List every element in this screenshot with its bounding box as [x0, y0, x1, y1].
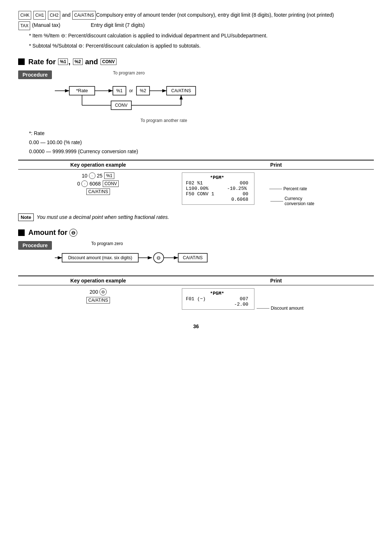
procedure-box-1: Procedure	[18, 70, 52, 79]
op-col-body-2: 200 ⊖ CA/AT/NS	[18, 285, 178, 313]
percent-rate-label: Percent rate	[269, 186, 307, 191]
svg-text:%1: %1	[117, 88, 123, 93]
currency-rate-label: Currencyconversion rate	[270, 196, 314, 206]
pct1-key-op: %1	[104, 172, 114, 179]
section1-heading: Rate for %1 , %2 and CONV	[18, 58, 374, 66]
tax-key: TAX	[19, 21, 30, 30]
op-print-table-2: Key operation example Print 200 ⊖ CA/AT/…	[18, 276, 374, 313]
caatns-key-intro: CA/AT/NS	[72, 11, 95, 20]
rate-note-2: 0.0000 — 9999.9999 (Currency conversion …	[29, 147, 374, 156]
op-line-caatns2: CA/AT/NS	[22, 297, 175, 304]
rate-note-label: *: Rate	[29, 129, 374, 138]
procedure-box-2: Procedure	[18, 241, 52, 250]
section2-title: Amount for	[28, 228, 69, 237]
procedure-row-2: Procedure To program zero Discount amoun…	[18, 241, 374, 270]
ch2-key: CH2	[48, 11, 60, 20]
print-col-header-1: Print	[178, 160, 374, 170]
receipt-box-1: *PGM* F02 %1000 L100.00%-10.25% F50 CONV…	[182, 172, 254, 205]
black-square-1	[18, 58, 25, 65]
item-note-1: * Item %/Item ⊖: Percent/discount calcul…	[29, 32, 374, 40]
receipt-line-f02: F02 %1000	[186, 180, 248, 186]
chk-key: CHK	[19, 11, 31, 20]
receipt-line-f50: F50 CONV 100	[186, 191, 248, 197]
svg-text:⊖: ⊖	[156, 255, 161, 261]
op-col-body-1: 10 · 25 %1 0 · 6068 CONV CA/AT/NS	[18, 170, 178, 208]
note-box: Note You must use a decimal point when s…	[18, 213, 374, 221]
intro-keys-1: CHK CH1 CH2 and CA/AT/NS	[18, 11, 96, 20]
discount-to-program-zero: To program zero	[91, 241, 244, 246]
section1-title: Rate for	[28, 58, 58, 66]
svg-text:or: or	[129, 88, 133, 93]
to-program-another-label: To program another rate	[98, 118, 229, 123]
note-label: Note	[18, 213, 34, 221]
receipt-line-0608: 0.6068	[186, 197, 248, 202]
caatns-key-op-2: CA/AT/NS	[86, 297, 110, 304]
conv-key-op: CONV	[103, 180, 119, 187]
receipt-line-l100: L100.00%-10.25%	[186, 186, 248, 191]
num-0: 0	[77, 181, 80, 187]
receipt-line-minus2: -2.00	[186, 302, 248, 307]
rate-flow-svg: *Rate %1 or %2 CA/AT/NS CONV	[55, 76, 229, 116]
intro-desc-2: Entry digit limit (7 digits)	[91, 21, 374, 30]
comma-text-1: ,	[68, 58, 72, 66]
pct1-key-heading: %1	[58, 58, 68, 65]
intro-row-1: CHK CH1 CH2 and CA/AT/NS Compulsory entr…	[18, 11, 374, 20]
receipt-box-2: *PGM* F01 (−)007 -2.00	[182, 288, 254, 310]
page-number: 36	[18, 323, 374, 329]
op-col-header-1: Key operation example	[18, 160, 178, 170]
flow-diagram-2: To program zero Discount amount (max. si…	[55, 241, 244, 270]
and-text-heading: and	[83, 58, 100, 66]
op-line-2: 0 · 6068 CONV	[22, 180, 175, 187]
print-col-header-2: Print	[178, 276, 374, 285]
minus-circle-heading: ⊖	[69, 229, 77, 237]
print-col-body-1: *PGM* F02 %1000 L100.00%-10.25% F50 CONV…	[178, 170, 374, 208]
pgm-label-2: *PGM*	[186, 291, 248, 296]
flow-diagram-1: To program zero *Rate %1	[55, 70, 229, 123]
svg-text:%2: %2	[140, 88, 147, 93]
num-6068: 6068	[89, 181, 101, 187]
svg-text:CONV: CONV	[115, 103, 128, 108]
op-line-3: CA/AT/NS	[22, 188, 175, 195]
pct2-key-heading: %2	[73, 58, 83, 65]
num-10: 10	[82, 173, 87, 179]
intro-desc-1: Compulsory entry of amount tender (not c…	[96, 11, 374, 20]
section2-heading: Amount for ⊖	[18, 228, 374, 237]
rate-note-1: 0.00 — 100.00 (% rate)	[29, 138, 374, 147]
conv-key-heading: CONV	[101, 58, 117, 65]
intro-row-2: TAX (Manual tax) Entry digit limit (7 di…	[18, 21, 374, 30]
op-line-1: 10 · 25 %1	[22, 172, 175, 179]
svg-text:*Rate: *Rate	[76, 88, 88, 93]
minus-circle-op: ⊖	[99, 288, 107, 296]
black-square-2	[18, 229, 25, 236]
op-col-header-2: Key operation example	[18, 276, 178, 285]
dot-key-2: ·	[81, 180, 88, 187]
amount-flow-svg: Discount amount (max. six digits) ⊖ CA/A…	[55, 247, 244, 269]
caatns-key-op: CA/AT/NS	[86, 188, 110, 195]
svg-text:Discount amount (max. six digi: Discount amount (max. six digits)	[68, 255, 132, 260]
ch1-key: CH1	[33, 11, 46, 20]
note-text: You must use a decimal point when settin…	[37, 213, 169, 221]
and-text: and	[62, 12, 72, 18]
svg-text:CA/AT/NS: CA/AT/NS	[171, 88, 191, 93]
discount-amount-label: Discount amount	[257, 306, 303, 311]
svg-text:CA/AT/NS: CA/AT/NS	[183, 255, 203, 260]
op-line-200: 200 ⊖	[22, 288, 175, 296]
print-col-body-2: *PGM* F01 (−)007 -2.00 Discount amount	[178, 285, 374, 313]
receipt-line-f01: F01 (−)007	[186, 296, 248, 302]
to-program-zero-label: To program zero	[113, 70, 229, 76]
intro-keys-2: TAX (Manual tax)	[18, 21, 91, 30]
num-200: 200	[90, 289, 98, 295]
procedure-row-1: Procedure To program zero *Rate	[18, 70, 374, 123]
num-25: 25	[97, 173, 103, 179]
rate-info: *: Rate 0.00 — 100.00 (% rate) 0.0000 — …	[29, 129, 374, 156]
item-note-2: * Subtotal %/Subtotal ⊖: Percent/discoun…	[29, 42, 374, 50]
op-print-table-1: Key operation example Print 10 · 25 %1 0…	[18, 160, 374, 208]
intro-section: CHK CH1 CH2 and CA/AT/NS Compulsory entr…	[18, 11, 374, 50]
dot-key-1: ·	[89, 172, 95, 179]
pgm-label-1: *PGM*	[186, 175, 248, 180]
manual-tax-label: (Manual tax)	[32, 22, 60, 28]
